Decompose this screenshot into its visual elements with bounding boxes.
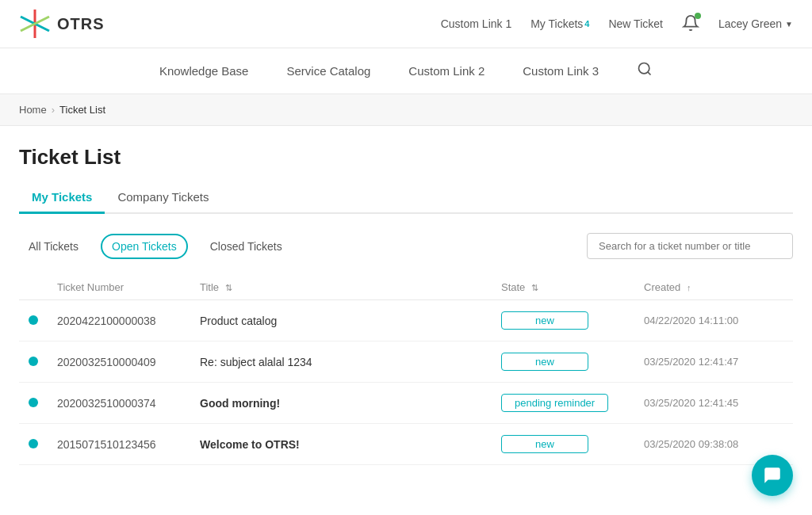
table-row[interactable]: 2015071510123456Welcome to OTRS!new03/25… [19,424,793,465]
logo-area: OTRS [19,8,105,40]
ticket-created: 04/22/2020 14:11:00 [634,300,793,341]
ticket-table: Ticket Number Title ⇅ State ⇅ Created ↑ … [19,275,793,465]
svg-point-3 [639,63,649,74]
indicator-dot [29,439,38,448]
my-tickets-badge: 4 [584,19,589,29]
my-tickets-nav-link[interactable]: My Tickets 4 [530,17,589,30]
table-row[interactable]: 2020032510000374Good morning!pending rem… [19,383,793,424]
new-ticket-link[interactable]: New Ticket [608,17,662,30]
svg-line-4 [648,72,651,75]
state-sort-icon[interactable]: ⇅ [531,283,538,293]
ticket-title: Product catalog [190,300,492,341]
ticket-number: 2020422100000038 [48,300,190,341]
otrs-logo-icon [19,8,51,40]
filter-open[interactable]: Open Tickets [101,234,188,259]
ticket-number: 2020032510000374 [48,383,190,424]
custom-link-1[interactable]: Custom Link 1 [441,17,511,30]
notification-dot [695,13,701,19]
top-nav: OTRS Custom Link 1 My Tickets 4 New Tick… [0,0,812,48]
chevron-down-icon: ▼ [785,20,793,29]
tab-company-tickets[interactable]: Company Tickets [105,182,221,214]
filter-buttons: All Tickets Open Tickets Closed Tickets [19,234,292,259]
col-header-state[interactable]: State ⇅ [492,275,634,300]
col-header-indicator [19,275,48,300]
breadcrumb: Home › Ticket List [0,94,812,126]
ticket-state: new [492,300,634,341]
nav-custom-link-3[interactable]: Custom Link 3 [523,64,599,78]
page-title: Ticket List [19,145,793,170]
notifications-bell[interactable] [682,14,699,34]
filter-row: All Tickets Open Tickets Closed Tickets [19,233,793,259]
ticket-title: Re: subject alalal 1234 [190,341,492,383]
tab-my-tickets[interactable]: My Tickets [19,182,105,214]
col-header-number: Ticket Number [48,275,190,300]
indicator-dot [29,398,38,407]
ticket-created: 03/25/2020 12:41:47 [634,341,793,383]
indicator-dot [29,357,38,366]
filter-all[interactable]: All Tickets [19,235,88,258]
row-indicator [19,383,48,424]
tabs: My Tickets Company Tickets [19,182,793,214]
user-name: Lacey Green [718,17,782,30]
col-header-title[interactable]: Title ⇅ [190,275,492,300]
ticket-created: 03/25/2020 12:41:45 [634,383,793,424]
main-content: Ticket List My Tickets Company Tickets A… [0,126,812,465]
ticket-state: pending reminder [492,383,634,424]
nav-service-catalog[interactable]: Service Catalog [286,64,370,78]
indicator-dot [29,315,38,325]
state-badge: new [501,435,588,453]
ticket-title: Good morning! [190,383,492,424]
filter-closed[interactable]: Closed Tickets [201,235,292,258]
state-badge: new [501,353,588,371]
user-menu[interactable]: Lacey Green ▼ [718,17,793,30]
ticket-state: new [492,341,634,383]
state-badge: pending reminder [501,394,608,412]
created-sort-icon[interactable]: ↑ [687,283,691,292]
breadcrumb-separator: › [52,104,55,116]
my-tickets-label: My Tickets [530,17,583,30]
top-nav-right: Custom Link 1 My Tickets 4 New Ticket La… [441,14,793,34]
ticket-number: 2020032510000409 [48,341,190,383]
nav-custom-link-2[interactable]: Custom Link 2 [408,64,485,78]
breadcrumb-home[interactable]: Home [19,104,47,116]
ticket-number: 2015071510123456 [48,424,190,465]
breadcrumb-current: Ticket List [59,104,105,116]
title-sort-icon[interactable]: ⇅ [225,283,232,293]
ticket-search-input[interactable] [587,233,793,259]
table-header: Ticket Number Title ⇅ State ⇅ Created ↑ [19,275,793,300]
ticket-title: Welcome to OTRS! [190,424,492,465]
table-row[interactable]: 2020032510000409Re: subject alalal 1234n… [19,341,793,383]
row-indicator [19,300,48,341]
col-header-created[interactable]: Created ↑ [634,275,793,300]
ticket-state: new [492,424,634,465]
table-body: 2020422100000038Product catalognew04/22/… [19,300,793,465]
table-row[interactable]: 2020422100000038Product catalognew04/22/… [19,300,793,341]
state-badge: new [501,311,588,330]
logo-text: OTRS [57,15,105,33]
search-icon[interactable] [637,61,653,81]
nav-knowledge-base[interactable]: Knowledge Base [159,64,249,78]
secondary-nav: Knowledge Base Service Catalog Custom Li… [0,48,812,94]
row-indicator [19,424,48,465]
row-indicator [19,341,48,383]
